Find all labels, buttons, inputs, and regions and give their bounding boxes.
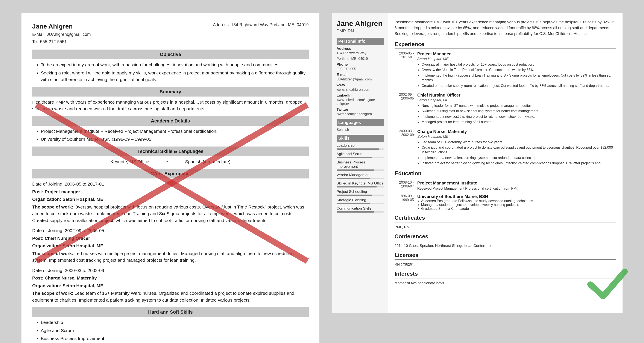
skill-name-2: Business Process Improvement [336,160,384,169]
edu-bullet: Andersen Postgraduate Fellowship to stud… [421,199,534,203]
summary-text: Healthcare PMP with years of experience … [32,99,309,112]
skill-bar-bg-2 [336,169,384,171]
exp-bullet: Organized and coordinated a project to d… [422,145,616,155]
edu-entry-0: 2008-10 -2008-07 Project Management Inst… [394,181,616,191]
work1-dates: Date of Joining: 2006-05 to 2017-01 [32,181,309,187]
summary-bar: Summary [32,87,309,96]
education-title: Education [394,170,616,178]
exp-bullet: Nursing leader for all 87 nurses with mu… [422,103,616,108]
right-resume: Jane Ahlgren PMP, RN Personal Info Addre… [332,13,622,313]
edu-bullets-1: Andersen Postgraduate Fellowship to stud… [417,199,534,211]
linkedin-label: LinkedIn [336,93,384,98]
right-sidebar: Jane Ahlgren PMP, RN Personal Info Addre… [332,13,388,313]
skill-bar-fill-3 [336,178,370,179]
skills-title: Skills [336,135,384,142]
skill-item-6: Strategic Planning [336,198,384,204]
work2-dates: Date of Joining: 2002-09 to 2006-05 [32,227,309,234]
exp-title-1: Chief Nursing Officer [417,93,616,98]
edu-bullet: Managed a student project to develop a w… [421,203,534,207]
objective-item-2: Seeking a role, where I will be able to … [41,69,309,83]
tel-value: 555-212-5551 [40,39,67,44]
exp-bullet: Implemented the highly successful Lean T… [422,73,616,83]
work-entry-3: Date of Joining: 2000-03 to 2002-09 Post… [32,267,309,304]
skill-right: Spanish (intermediate) [185,158,230,165]
work2-post: Post: Chief Nursing Officer [32,235,309,242]
skill-name-0: Leadership [336,143,384,148]
skill-name-5: Project Scheduling [336,190,384,194]
skill-item-5: Project Scheduling [336,190,384,196]
skill-item-3: Vendor Management [336,173,384,179]
languages-title: Languages [336,119,384,126]
skill-name-7: Communication Skills [336,206,384,211]
page-container: Jane Ahlgren E-Mail: JUAhlgren@gmail.com… [22,13,622,343]
work1-org: Organization: Seton Hospital, ME [32,196,309,203]
edu-content-1: University of Southern Maine, BSN Anders… [417,194,534,211]
exp-bullet: Created our popular supply room relocati… [422,83,616,88]
academic-bar: Academic Details [32,116,309,126]
right-credentials: PMP, RN [336,28,384,33]
hs-item-2: Agile and Scrum [41,327,309,334]
skill-bar-bg-5 [336,195,384,196]
skill-item-2: Business Process Improvement [336,160,384,171]
left-name: Jane Ahlgren [32,21,91,31]
education-list: 2008-10 -2008-07 Project Management Inst… [394,181,616,210]
work-bar: Work Experience [32,169,309,178]
skill-bar-bg-7 [336,211,384,213]
academic-list: Project Management Institute – Received … [32,128,309,143]
academic-item-1: Project Management Institute – Received … [41,128,309,135]
skill-bar-fill-6 [336,203,370,204]
edu-entry-1: 1996-09 -1999-05 University of Southern … [394,194,616,211]
exp-bullet: Switched nursing staff to new scheduling… [422,109,616,113]
skill-bar-fill-2 [336,169,374,171]
exp-entry-2: 2000-03 -2002-09 Charge Nurse, Maternity… [394,129,616,166]
right-name: Jane Ahlgren [336,19,384,28]
hard-soft-bar: Hard and Soft Skills [32,307,309,317]
exp-org-1: Seton Hospital, ME [417,98,616,102]
objective-list: To be an expert in my area of work, with… [32,61,309,83]
edu-dates-0: 2008-10 -2008-07 [394,181,414,191]
phone-value: 555-212-5551 [336,67,384,71]
twitter-value: twitter.com/janeahlgren [336,112,384,116]
exp-dates-0: 2006-05 -2017-01 [394,51,414,89]
objective-bar: Objective [32,49,309,59]
skill-bar-fill-7 [336,211,374,213]
exp-entry-1: 2002-09 -2006-05 Chief Nursing Officer S… [394,93,616,125]
left-resume: Jane Ahlgren E-Mail: JUAhlgren@gmail.com… [22,13,320,343]
skill-bar-fill-1 [336,157,372,158]
work1-post: Post: Project manager [32,188,309,195]
conference-value: 2014-10 Guest Speaker, Northeast Shingo … [394,244,616,248]
work3-post: Post: Charge Nurse, Maternity [32,275,309,282]
skill-bar-fill-0 [336,148,379,150]
hs-item-3: Business Process Improvement [41,335,309,342]
email-label: E-mail [336,73,384,77]
skill-item-0: Leadership [336,143,384,150]
work-entry-1: Date of Joining: 2006-05 to 2017-01 Post… [32,181,309,224]
academic-item-2: University of Southern Maine, BSN (1996-… [41,136,309,143]
exp-bullet: Initiated project for better gloving/gow… [422,161,616,166]
exp-bullet: Led team of 15+ Maternity Ward nurses fo… [422,140,616,145]
skill-bar-fill-4 [336,186,377,187]
exp-content-1: Chief Nursing Officer Seton Hospital, ME… [417,93,616,125]
address-label: Address: [213,22,230,27]
technical-skills-row: Keynote, MS Office • Spanish (intermedia… [32,158,309,165]
www-label: www [336,83,384,87]
skill-name-6: Strategic Planning [336,198,384,202]
hard-soft-list: Leadership Agile and Scrum Business Proc… [32,319,309,343]
left-address: Address: 134 Rightward Way Portland, ME,… [213,21,309,46]
exp-bullets-0: Oversaw all major hospital projects for … [417,62,616,88]
exp-bullet: Managed project for lean training of all… [422,120,616,124]
exp-dates-2: 2000-03 -2002-09 [394,129,414,166]
linkedin-value: www.linkedin.com/in/jane-ahlgren/ [336,98,384,106]
skill-bar-bg-1 [336,157,384,158]
exp-bullets-1: Nursing leader for all 87 nurses with mu… [417,103,616,125]
objective-item-1: To be an expert in my area of work, with… [41,61,309,68]
skills-list: Leadership Agile and Scrum Business Proc… [336,143,384,213]
left-email: E-Mail: JUAhlgren@gmail.com [32,31,91,37]
address-line1: 134 Rightward Way [336,51,384,55]
exp-bullet: Oversaw the "Just in Time Restock" proje… [422,67,616,72]
skill-bar-bg-6 [336,203,384,204]
experience-list: 2006-05 -2017-01 Project Manager Seton H… [394,51,616,166]
exp-bullet: Implemented a new cost tracking project … [422,114,616,119]
email-label: E-Mail: [32,32,46,37]
address-line2: Portland, ME, 04019 [336,57,384,61]
